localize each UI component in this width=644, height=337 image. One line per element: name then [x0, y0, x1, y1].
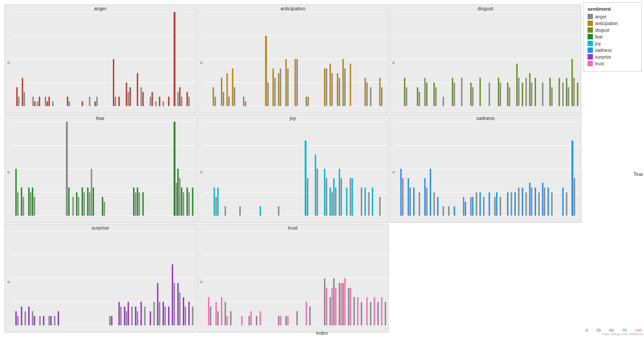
- svg-rect-123: [443, 97, 444, 106]
- svg-rect-218: [215, 197, 216, 216]
- svg-rect-94: [350, 64, 351, 107]
- joy-swatch: [588, 41, 593, 46]
- svg-rect-355: [188, 302, 190, 326]
- svg-rect-73: [245, 102, 246, 107]
- svg-rect-229: [326, 178, 327, 216]
- svg-rect-127: [471, 83, 472, 107]
- svg-rect-72: [243, 97, 244, 106]
- panel-title-trust: trust: [198, 224, 389, 231]
- svg-rect-22: [67, 97, 68, 106]
- svg-rect-328: [54, 316, 55, 325]
- fear-swatch: [588, 34, 593, 39]
- svg-rect-320: [25, 311, 26, 326]
- svg-rect-398: [338, 283, 340, 326]
- legend-item-fear: fear: [588, 34, 638, 39]
- svg-rect-139: [529, 73, 531, 107]
- svg-rect-65: [214, 97, 216, 106]
- svg-rect-350: [173, 283, 175, 326]
- svg-rect-70: [232, 68, 233, 106]
- svg-rect-11: [18, 97, 19, 106]
- svg-rect-17: [39, 97, 40, 106]
- svg-rect-326: [48, 316, 50, 325]
- y-axis-title-fear: n: [6, 171, 11, 173]
- svg-rect-337: [131, 307, 133, 325]
- svg-rect-33: [130, 87, 131, 106]
- svg-rect-282: [496, 192, 497, 216]
- svg-rect-283: [500, 197, 501, 216]
- svg-rect-66: [221, 78, 222, 106]
- panel-fear: fear n 10.0 7.5 5.0 2.5 0.0: [4, 114, 196, 223]
- svg-rect-132: [500, 83, 501, 107]
- svg-rect-228: [324, 169, 325, 216]
- svg-rect-402: [348, 288, 349, 325]
- svg-rect-226: [315, 155, 316, 216]
- svg-rect-26: [95, 102, 96, 107]
- svg-rect-140: [531, 83, 532, 107]
- svg-rect-24: [82, 102, 83, 107]
- svg-rect-332: [118, 302, 120, 326]
- panel-surprise: surprise n 10.0 7.5 5.0 2.5 0.0: [4, 224, 196, 333]
- svg-rect-317: [15, 311, 17, 326]
- svg-rect-286: [514, 192, 516, 216]
- svg-rect-28: [113, 59, 114, 106]
- legend-label-anticipation: anticipation: [595, 21, 618, 26]
- svg-rect-239: [361, 188, 362, 216]
- svg-rect-196: [179, 178, 181, 216]
- svg-rect-224: [304, 141, 306, 216]
- svg-rect-233: [335, 188, 336, 216]
- svg-rect-291: [531, 188, 532, 216]
- svg-rect-188: [133, 188, 134, 216]
- panel-title-joy: joy: [198, 115, 389, 122]
- svg-rect-96: [366, 83, 367, 107]
- svg-rect-395: [331, 288, 333, 325]
- svg-rect-145: [559, 78, 560, 106]
- svg-rect-391: [309, 307, 311, 325]
- svg-rect-29: [115, 97, 116, 106]
- svg-rect-393: [326, 288, 327, 325]
- panel-title-fear: fear: [5, 115, 196, 122]
- svg-rect-39: [155, 102, 156, 107]
- svg-rect-388: [287, 316, 288, 325]
- trust-swatch: [588, 61, 593, 66]
- svg-rect-272: [454, 206, 455, 216]
- svg-rect-191: [138, 192, 140, 216]
- svg-rect-19: [47, 102, 48, 107]
- svg-rect-167: [15, 169, 17, 216]
- svg-rect-137: [522, 83, 523, 107]
- svg-rect-271: [448, 206, 450, 216]
- svg-rect-117: [417, 87, 419, 106]
- svg-rect-331: [111, 316, 112, 325]
- svg-rect-187: [104, 202, 105, 216]
- legend-item-disgust: disgust: [588, 27, 638, 33]
- svg-rect-71: [233, 87, 235, 106]
- panel-title-anger: anger: [5, 5, 196, 12]
- svg-rect-356: [192, 307, 193, 325]
- legend-item-anger: anger: [588, 14, 638, 19]
- svg-rect-43: [173, 12, 175, 106]
- svg-rect-412: [385, 302, 386, 326]
- svg-rect-99: [381, 87, 382, 106]
- svg-rect-397: [335, 288, 336, 325]
- svg-rect-298: [562, 188, 564, 216]
- svg-rect-35: [140, 87, 142, 106]
- svg-rect-330: [109, 316, 111, 325]
- disgust-swatch: [588, 27, 593, 33]
- svg-rect-276: [472, 197, 474, 216]
- svg-rect-217: [213, 188, 215, 216]
- svg-rect-323: [34, 316, 35, 325]
- svg-rect-120: [426, 83, 428, 107]
- legend-label-surprise: surprise: [595, 55, 611, 60]
- surprise-swatch: [588, 54, 593, 60]
- legend-title: sentiment: [588, 6, 638, 12]
- svg-rect-45: [179, 87, 181, 106]
- svg-rect-401: [344, 278, 346, 325]
- tear-text: Tear: [634, 171, 643, 177]
- svg-rect-377: [225, 302, 226, 326]
- svg-rect-280: [489, 192, 490, 216]
- sadness-x-0: 0: [586, 328, 588, 333]
- svg-rect-135: [516, 64, 518, 107]
- svg-rect-219: [217, 188, 218, 216]
- svg-rect-143: [549, 78, 551, 106]
- svg-rect-115: [404, 78, 406, 106]
- svg-rect-290: [529, 183, 531, 216]
